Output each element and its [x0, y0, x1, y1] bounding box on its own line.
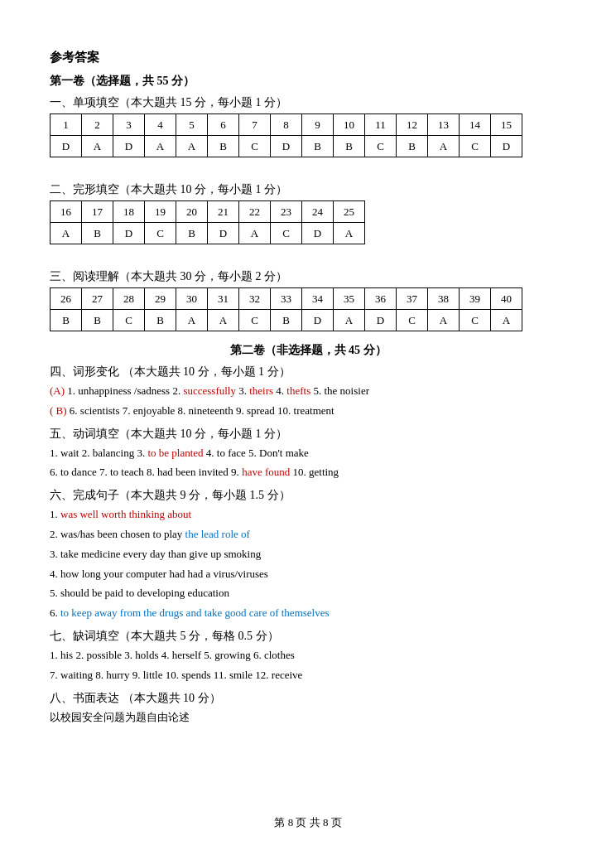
table2-header-cell: 19 [145, 201, 176, 223]
table2-answer-cell: A [239, 223, 271, 244]
table2-header-cell: 18 [113, 201, 145, 223]
table1-header-cell: 6 [208, 114, 239, 136]
table2-header-cell: 21 [208, 201, 239, 223]
section8-title: 八、书面表达 （本大题共 10 分） [50, 691, 566, 706]
table3-answer-cell: A [491, 310, 522, 331]
table1-answer-cell: D [491, 136, 522, 157]
table3-header-cell: 40 [491, 288, 522, 310]
table3: 262728293031323334353637383940BBCBAACBDA… [50, 287, 522, 331]
table2-header-cell: 17 [82, 201, 113, 223]
table1-header-cell: 12 [397, 114, 428, 136]
part1-title: 第一卷（选择题，共 55 分） [50, 74, 566, 89]
table2-answer-cell: B [176, 223, 208, 244]
table3-header-cell: 33 [271, 288, 302, 310]
section5-line1: 1. wait 2. balancing 3. to be planted 4.… [50, 445, 566, 462]
section6-line4: 4. how long your computer had had a viru… [50, 566, 566, 583]
section4-title: 四、词形变化 （本大题共 10 分，每小题 1 分） [50, 365, 566, 379]
table3-header-cell: 38 [428, 288, 460, 310]
table1-header-cell: 10 [334, 114, 365, 136]
table3-answer-cell: B [145, 310, 176, 331]
table2-header-cell: 25 [334, 201, 365, 223]
table3-header-cell: 28 [113, 288, 145, 310]
table3-answer-cell: D [365, 310, 397, 331]
table3-answer-cell: C [397, 310, 428, 331]
table3-header-cell: 30 [176, 288, 208, 310]
table1-answer-cell: D [113, 136, 145, 157]
table1-header-cell: 11 [365, 114, 397, 136]
table1-answer-cell: C [239, 136, 271, 157]
table1-header-cell: 9 [302, 114, 334, 136]
table3-answer-cell: A [334, 310, 365, 331]
section5-title: 五、动词填空（本大题共 10 分，每小题 1 分） [50, 427, 566, 442]
table3-answer-cell: A [208, 310, 239, 331]
table1-header-cell: 15 [491, 114, 522, 136]
table3-header-cell: 31 [208, 288, 239, 310]
table1-header-cell: 2 [82, 114, 113, 136]
section7-title: 七、缺词填空（本大题共 5 分，每格 0.5 分） [50, 629, 566, 644]
table1-answer-cell: C [365, 136, 397, 157]
section6-title: 六、完成句子（本大题共 9 分，每小题 1.5 分） [50, 488, 566, 503]
table2-header-cell: 16 [51, 201, 82, 223]
section6-line6: 6. to keep away from the drugs and take … [50, 605, 566, 622]
table1-answer-cell: B [208, 136, 239, 157]
section6-line2: 2. was/has been chosen to play the lead … [50, 526, 566, 543]
table2-answer-cell: D [208, 223, 239, 244]
table2-answer-cell: B [82, 223, 113, 244]
table1-answer-cell: A [428, 136, 460, 157]
table2-answer-cell: A [51, 223, 82, 244]
table3-answer-cell: A [176, 310, 208, 331]
table1-header-cell: 14 [460, 114, 491, 136]
table1-answer-cell: D [271, 136, 302, 157]
table1-answer-cell: C [460, 136, 491, 157]
section8-content: 以校园安全问题为题自由论述 [50, 709, 566, 727]
table2-answer-cell: C [271, 223, 302, 244]
table1-header-cell: 7 [239, 114, 271, 136]
table1-header-cell: 3 [113, 114, 145, 136]
table1-answer-cell: D [51, 136, 82, 157]
title: 参考答案 [50, 50, 566, 65]
section7-line1: 1. his 2. possible 3. holds 4. herself 5… [50, 647, 566, 664]
table1-header-cell: 5 [176, 114, 208, 136]
table3-answer-cell: B [271, 310, 302, 331]
table1-answer-cell: B [397, 136, 428, 157]
table2: 16171819202122232425ABDCBDACDA [50, 200, 365, 244]
section2-title: 二、完形填空（本大题共 10 分，每小题 1 分） [50, 182, 566, 197]
section5-line2: 6. to dance 7. to teach 8. had been invi… [50, 464, 566, 481]
table3-answer-cell: C [460, 310, 491, 331]
table1-answer-cell: A [82, 136, 113, 157]
table3-header-cell: 35 [334, 288, 365, 310]
section6-line3: 3. take medicine every day than give up … [50, 546, 566, 563]
section6-line1: 1. was well worth thinking about [50, 506, 566, 524]
section3-title: 三、阅读理解（本大题共 30 分，每小题 2 分） [50, 269, 566, 284]
table3-header-cell: 34 [302, 288, 334, 310]
part2-title: 第二卷（非选择题，共 45 分） [50, 343, 566, 358]
section1-title: 一、单项填空（本大题共 15 分，每小题 1 分） [50, 95, 566, 110]
table3-answer-cell: D [302, 310, 334, 331]
table3-header-cell: 26 [51, 288, 82, 310]
table2-header-cell: 23 [271, 201, 302, 223]
table2-answer-cell: D [113, 223, 145, 244]
table3-header-cell: 32 [239, 288, 271, 310]
table1: 123456789101112131415DADAABCDBBCBACD [50, 114, 522, 157]
table3-answer-cell: C [113, 310, 145, 331]
table2-header-cell: 20 [176, 201, 208, 223]
table3-header-cell: 36 [365, 288, 397, 310]
table3-header-cell: 27 [82, 288, 113, 310]
table3-header-cell: 39 [460, 288, 491, 310]
table1-answer-cell: A [145, 136, 176, 157]
section7-line2: 7. waiting 8. hurry 9. little 10. spends… [50, 667, 566, 684]
table3-answer-cell: C [239, 310, 271, 331]
table1-header-cell: 1 [51, 114, 82, 136]
table3-header-cell: 37 [397, 288, 428, 310]
table2-header-cell: 22 [239, 201, 271, 223]
page-footer: 第 8 页 共 8 页 [0, 815, 616, 830]
table1-answer-cell: B [334, 136, 365, 157]
table2-answer-cell: D [302, 223, 334, 244]
table3-answer-cell: A [428, 310, 460, 331]
table3-answer-cell: B [51, 310, 82, 331]
table1-answer-cell: B [302, 136, 334, 157]
table2-answer-cell: A [334, 223, 365, 244]
table3-header-cell: 29 [145, 288, 176, 310]
table1-header-cell: 13 [428, 114, 460, 136]
table2-answer-cell: C [145, 223, 176, 244]
